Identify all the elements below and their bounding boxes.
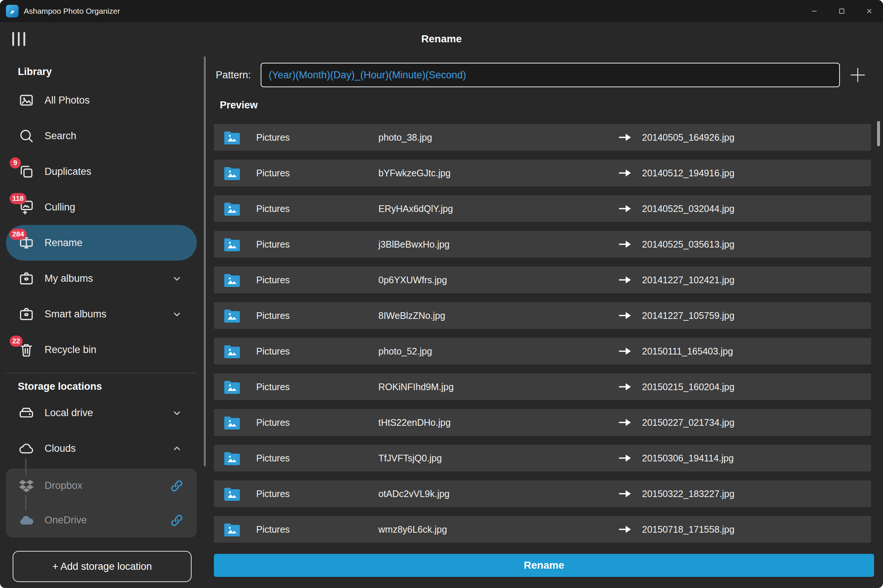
folder-icon: [223, 165, 256, 181]
add-pattern-button[interactable]: [849, 66, 866, 84]
window-controls: [800, 0, 883, 22]
folder-icon: [223, 450, 256, 466]
folder-icon: [223, 236, 256, 252]
app-logo-icon: [6, 5, 18, 18]
original-filename: TfJVFTsjQ0.jpg: [378, 453, 618, 464]
chevron-down-icon: [172, 274, 182, 284]
sidebar-scrollbar[interactable]: [204, 56, 206, 466]
renamed-filename: 20150718_171558.jpg: [642, 524, 871, 535]
trash-icon: 22: [18, 341, 35, 358]
arrow-right-icon: [618, 311, 642, 320]
arrow-right-icon: [618, 525, 642, 534]
arrow-right-icon: [618, 275, 642, 285]
folder-name: Pictures: [256, 489, 378, 499]
content-scrollbar[interactable]: [877, 121, 880, 146]
renamed-filename: 20150111_165403.jpg: [642, 346, 871, 357]
folder-name: Pictures: [256, 239, 378, 250]
folder-icon: [223, 272, 256, 288]
rename-count-badge: 284: [10, 229, 27, 240]
arrow-right-icon: [618, 418, 642, 427]
titlebar: Ashampoo Photo Organizer: [0, 0, 883, 22]
original-filename: 0p6YXUWfrs.jpg: [378, 275, 618, 285]
tree-guide: [25, 495, 26, 511]
sidebar-item-clouds[interactable]: Clouds: [6, 430, 197, 466]
sidebar-item-label: Local drive: [45, 407, 93, 419]
original-filename: photo_52.jpg: [378, 346, 618, 357]
preview-row: Pictures wmz8y6L6ck.jpg 20150718_171558.…: [214, 516, 871, 543]
folder-icon: [223, 379, 256, 395]
drive-icon: [18, 404, 35, 422]
minimize-button[interactable]: [800, 0, 828, 22]
culling-icon: 118: [18, 199, 35, 216]
folder-name: Pictures: [256, 524, 378, 535]
sidebar-item-duplicates[interactable]: 9 Duplicates: [6, 154, 197, 189]
sidebar-item-onedrive[interactable]: OneDrive: [6, 503, 197, 537]
original-filename: photo_38.jpg: [378, 132, 618, 143]
sidebar-item-label: Clouds: [45, 443, 76, 454]
add-storage-location-button[interactable]: + Add storage location: [13, 551, 192, 582]
renamed-filename: 20140512_194916.jpg: [642, 168, 871, 178]
rename-icon: 284: [18, 234, 35, 251]
sidebar-item-dropbox[interactable]: Dropbox: [6, 468, 197, 503]
preview-row: Pictures j3BlBeBwxHo.jpg 20140525_035613…: [214, 231, 871, 258]
original-filename: j3BlBeBwxHo.jpg: [378, 239, 618, 250]
preview-row: Pictures 8IWeBlzZNo.jpg 20141227_105759.…: [214, 302, 871, 329]
renamed-filename: 20141227_105759.jpg: [642, 310, 871, 321]
folder-name: Pictures: [256, 346, 378, 357]
sidebar-item-search[interactable]: Search: [6, 118, 197, 154]
sidebar-item-local-drive[interactable]: Local drive: [6, 395, 197, 430]
duplicates-icon: 9: [18, 163, 35, 180]
sidebar-item-label: Recycle bin: [45, 344, 96, 356]
folder-name: Pictures: [256, 453, 378, 464]
sidebar-divider: [6, 373, 197, 374]
storage-heading: Storage locations: [18, 380, 197, 393]
original-filename: bYFwkzeGJtc.jpg: [378, 168, 618, 178]
folder-icon: [223, 414, 256, 430]
cloud-icon: [18, 440, 35, 457]
preview-row: Pictures photo_38.jpg 20140505_164926.jp…: [214, 124, 871, 151]
renamed-filename: 20140505_164926.jpg: [642, 132, 871, 143]
arrow-right-icon: [618, 204, 642, 213]
close-button[interactable]: [856, 0, 883, 22]
preview-row: Pictures photo_52.jpg 20150111_165403.jp…: [214, 338, 871, 364]
folder-icon: [223, 201, 256, 217]
folder-name: Pictures: [256, 382, 378, 392]
sidebar-item-all-photos[interactable]: All Photos: [6, 82, 197, 118]
folder-icon: [223, 308, 256, 324]
arrow-right-icon: [618, 382, 642, 392]
sidebar-item-rename[interactable]: 284 Rename: [6, 225, 197, 261]
folder-icon: [223, 486, 256, 502]
tree-guide: [25, 458, 26, 475]
maximize-button[interactable]: [828, 0, 856, 22]
arrow-right-icon: [618, 346, 642, 356]
pattern-input[interactable]: [261, 63, 840, 87]
app-window: Ashampoo Photo Organizer Rename Library …: [0, 0, 883, 588]
preview-row: Pictures ROKiNFIhd9M.jpg 20150215_160204…: [214, 374, 871, 400]
sidebar-item-smart-albums[interactable]: Smart albums: [6, 296, 197, 332]
onedrive-icon: [18, 512, 35, 529]
arrow-right-icon: [618, 453, 642, 463]
rename-button[interactable]: Rename: [214, 554, 874, 577]
folder-icon: [223, 343, 256, 359]
sidebar-item-recycle-bin[interactable]: 22 Recycle bin: [6, 332, 197, 368]
sidebar-item-label: OneDrive: [45, 514, 87, 526]
link-icon[interactable]: [170, 479, 183, 493]
sidebar-item-label: All Photos: [45, 94, 90, 106]
sidebar-item-label: Smart albums: [45, 309, 107, 320]
chevron-up-icon: [172, 444, 182, 454]
main-content: Pattern: Preview Pictures photo_38.jpg 2…: [214, 56, 874, 588]
preview-row: Pictures 0p6YXUWfrs.jpg 20141227_102421.…: [214, 267, 871, 293]
sidebar-item-culling[interactable]: 118 Culling: [6, 189, 197, 225]
folder-name: Pictures: [256, 132, 378, 143]
folder-icon: [223, 521, 256, 537]
link-icon[interactable]: [170, 514, 183, 527]
search-icon: [18, 128, 35, 144]
sidebar-item-label: Culling: [45, 202, 75, 213]
original-filename: otADc2vVL9k.jpg: [378, 489, 618, 499]
sidebar-item-my-albums[interactable]: My albums: [6, 261, 197, 296]
albums-icon: [18, 270, 35, 287]
library-heading: Library: [18, 65, 197, 78]
preview-row: Pictures ERyHAx6dQlY.jpg 20140525_032044…: [214, 195, 871, 222]
recycle-count-badge: 22: [10, 336, 23, 347]
renamed-filename: 20150215_160204.jpg: [642, 382, 871, 392]
